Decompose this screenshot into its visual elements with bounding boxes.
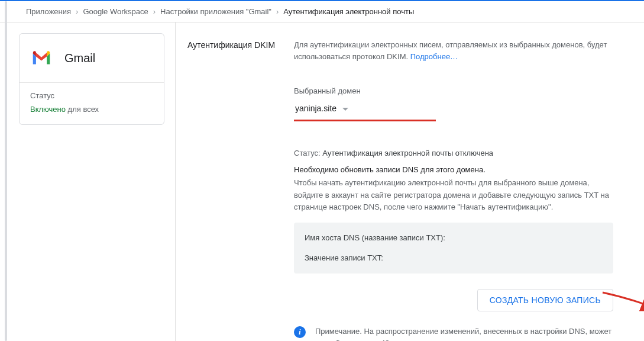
gmail-icon — [31, 50, 51, 66]
dns-value-label: Значение записи TXT: — [305, 252, 603, 264]
status-value: Включено для всех — [30, 105, 153, 114]
section-title: Аутентификация DKIM — [187, 39, 294, 341]
dns-record-box: Имя хоста DNS (название записи TXT): Зна… — [294, 223, 613, 274]
left-accent-bar — [5, 1, 7, 341]
auth-status-line: Статус: Аутентификация электронной почты… — [294, 147, 625, 159]
domain-select[interactable]: yaninja.site — [294, 101, 424, 118]
chevron-right-icon: › — [276, 7, 279, 16]
domain-field-label: Выбранный домен — [294, 85, 625, 97]
breadcrumb: Приложения › Google Workspace › Настройк… — [0, 1, 644, 22]
create-record-button[interactable]: СОЗДАТЬ НОВУЮ ЗАПИСЬ — [477, 289, 613, 311]
app-status-card: Gmail Статус Включено для всех — [19, 33, 164, 125]
breadcrumb-current: Аутентификация электронной почты — [283, 7, 414, 16]
breadcrumb-item[interactable]: Приложения — [26, 7, 71, 16]
dns-update-title: Необходимо обновить записи DNS для этого… — [294, 164, 625, 176]
breadcrumb-item[interactable]: Настройки приложения "Gmail" — [160, 7, 271, 16]
chevron-right-icon: › — [76, 7, 78, 16]
learn-more-link[interactable]: Подробнее… — [410, 52, 458, 61]
app-title: Gmail — [64, 52, 95, 65]
breadcrumb-item[interactable]: Google Workspace — [83, 7, 148, 16]
status-label: Статус — [30, 91, 153, 100]
red-underline-annotation — [294, 120, 436, 121]
chevron-right-icon: › — [153, 7, 156, 16]
dns-host-label: Имя хоста DNS (название записи TXT): — [305, 232, 603, 244]
propagation-note: Примечание. На распространение изменений… — [315, 326, 613, 341]
info-icon: i — [294, 326, 306, 338]
chevron-down-icon — [342, 108, 348, 111]
domain-value: yaninja.site — [295, 102, 336, 115]
dns-update-text: Чтобы начать аутентификацию электронной … — [294, 177, 613, 213]
